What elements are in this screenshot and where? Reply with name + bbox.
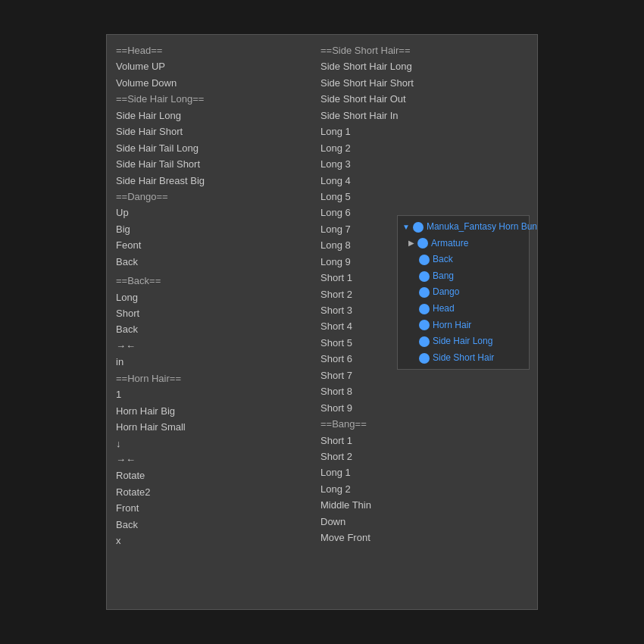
list-item: Rotate2 — [116, 484, 313, 500]
list-item: Volume UP — [116, 58, 313, 74]
section-header: ==Side Short Hair== — [320, 42, 528, 58]
section-header: ==Horn Hair== — [116, 370, 313, 386]
tree-child-item[interactable]: Side Short Hair — [398, 350, 529, 367]
list-item: Short 9 — [320, 400, 528, 416]
list-item: Short 2 — [320, 449, 528, 464]
list-item: Back — [116, 321, 313, 337]
list-item: 1 — [116, 386, 313, 402]
list-item: Side Short Hair Long — [320, 58, 528, 74]
list-item: Middle Thin — [320, 497, 528, 513]
list-item: →← — [116, 338, 313, 354]
tree-root-item[interactable]: ▼ Manuka_Fantasy Horn Bun — [398, 219, 529, 236]
list-item: Long 2 — [320, 140, 528, 156]
section-header: ==Bang== — [320, 416, 528, 432]
list-item: Feont — [116, 237, 313, 253]
tree-child-item[interactable]: Dango — [398, 284, 529, 301]
section-header: ==Head== — [116, 42, 313, 58]
tree-child-item[interactable]: Back — [398, 252, 529, 268]
list-item: Side Hair Short — [116, 123, 313, 139]
list-item: Long 4 — [320, 173, 528, 189]
list-item: Down — [320, 514, 528, 530]
list-item: Up — [116, 205, 313, 220]
list-item: Move Front — [320, 530, 528, 546]
list-item: Side Hair Tail Short — [116, 156, 313, 172]
list-item: Side Short Hair Out — [320, 91, 528, 107]
list-item: Short 1 — [320, 433, 528, 449]
list-item: Back — [116, 254, 313, 270]
list-item: Long — [116, 289, 313, 305]
list-item: Horn Hair Small — [116, 419, 313, 435]
list-item: Long 1 — [320, 123, 528, 139]
section-header: ==Side Hair Long== — [116, 91, 313, 107]
list-item: Rotate — [116, 467, 313, 483]
list-item: ↓ — [116, 436, 313, 452]
list-item: Front — [116, 500, 313, 516]
list-item: Long 2 — [320, 481, 528, 497]
tree-child-item[interactable]: Side Hair Long — [398, 333, 529, 350]
list-item: Long 5 — [320, 189, 528, 205]
list-item: Back — [116, 517, 313, 533]
section-header: ==Dango== — [116, 189, 313, 205]
tree-child-item[interactable]: Horn Hair — [398, 317, 529, 334]
list-item: in — [116, 354, 313, 370]
left-column: ==Head==Volume UPVolume Down==Side Hair … — [116, 42, 320, 549]
list-item: →← — [116, 452, 313, 467]
list-item: Volume Down — [116, 75, 313, 91]
list-item: Side Short Hair Short — [320, 75, 528, 91]
tree-child-item[interactable]: Bang — [398, 268, 529, 285]
list-item: Short 8 — [320, 383, 528, 399]
list-item: Side Hair Breast Big — [116, 173, 313, 189]
section-header: ==Back== — [116, 273, 313, 289]
list-item: Side Hair Long — [116, 108, 313, 123]
tree-child-item[interactable]: ▶ Armature — [398, 236, 529, 252]
list-item: Horn Hair Big — [116, 403, 313, 419]
tree-panel: ▼ Manuka_Fantasy Horn Bun▶ Armature Back… — [397, 215, 530, 370]
list-item: Big — [116, 221, 313, 237]
list-item: Side Hair Tail Long — [116, 140, 313, 156]
list-item: Side Short Hair In — [320, 108, 528, 123]
tree-child-item[interactable]: Head — [398, 301, 529, 317]
list-item: Long 1 — [320, 464, 528, 480]
main-panel: ==Head==Volume UPVolume Down==Side Hair … — [106, 34, 538, 610]
list-item: Long 3 — [320, 156, 528, 172]
list-item: x — [116, 533, 313, 549]
list-item: Short — [116, 305, 313, 321]
